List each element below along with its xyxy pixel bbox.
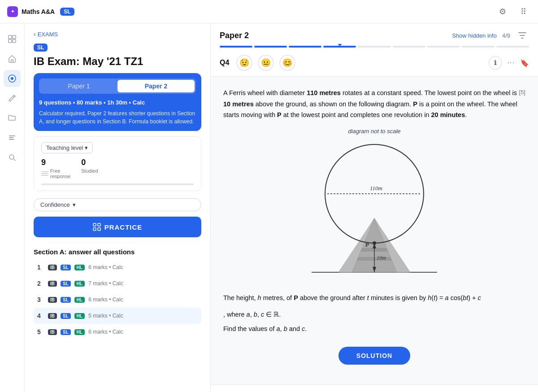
- formula-a: a: [445, 294, 449, 301]
- show-hidden-button[interactable]: Show hidden info: [452, 32, 497, 39]
- bookmark-button[interactable]: 🔖: [520, 59, 529, 67]
- solution-button[interactable]: SOLUTION: [338, 347, 410, 365]
- sidebar-edit-icon[interactable]: [4, 90, 21, 107]
- sidebar-bars-icon[interactable]: [4, 129, 21, 146]
- t-italic: t: [367, 294, 369, 301]
- c-italic: c: [261, 311, 264, 318]
- q-marks-2: 7 marks • Calc: [88, 280, 123, 287]
- svg-text:10m: 10m: [377, 255, 386, 261]
- page-count: 4/9: [502, 32, 510, 39]
- q-marks-3: 6 marks • Calc: [88, 296, 123, 303]
- svg-rect-13: [98, 228, 100, 231]
- q-row: Q4 😟 😐 😊 ℹ ··· 🔖: [220, 51, 529, 76]
- question-item-4[interactable]: 4 IB SL HL 5 marks • Calc: [34, 308, 201, 324]
- paper-info: 9 questions • 80 marks • 1h 30m • Calc: [39, 99, 196, 106]
- svg-text:P: P: [365, 241, 369, 248]
- paper2-tab[interactable]: Paper 2: [117, 80, 195, 92]
- find-b-italic: b: [284, 325, 287, 332]
- q-badge-hl-3: HL: [74, 297, 85, 303]
- filter-icon-button[interactable]: [516, 29, 529, 42]
- filter-row: Teaching level ▾: [41, 142, 194, 153]
- question-item-3[interactable]: 3 IB SL HL 6 marks • Calc: [34, 292, 201, 308]
- progress-dots: [220, 46, 529, 51]
- paper-tabs-container: Paper 1 Paper 2 9 questions • 80 marks •…: [34, 73, 201, 131]
- svg-rect-8: [9, 139, 14, 140]
- info-button[interactable]: ℹ: [489, 56, 502, 70]
- grid-dots-icon[interactable]: ⠿: [516, 4, 531, 19]
- back-button[interactable]: ‹ EXAMS: [34, 30, 58, 38]
- q-num-5: 5: [37, 328, 44, 335]
- where-text: , where a, b, c ∈ ℝ.: [223, 309, 525, 320]
- formula-c: c: [478, 294, 481, 301]
- emoji-happy-button[interactable]: 😊: [279, 55, 295, 71]
- question-list: 1 IB SL HL 6 marks • Calc 2 IB SL HL 7 m…: [25, 259, 210, 340]
- confidence-dropdown-icon: ▾: [73, 201, 76, 208]
- teaching-level-filter[interactable]: Teaching level ▾: [41, 142, 93, 153]
- h-italic: h: [258, 294, 261, 301]
- brand-name: Maths A&A: [22, 8, 55, 15]
- emoji-sad-button[interactable]: 😟: [236, 55, 252, 71]
- right-panel: Paper 2 Show hidden info 4/9: [211, 23, 538, 392]
- q-num-3: 3: [37, 296, 44, 303]
- sidebar-active-icon[interactable]: [4, 70, 21, 87]
- practice-button[interactable]: PRACTICE: [34, 217, 201, 237]
- dot-8: [462, 46, 495, 48]
- q-marks-1: 6 marks • Calc: [88, 264, 123, 270]
- q-header-top: Paper 2 Show hidden info 4/9: [220, 23, 529, 46]
- svg-rect-1: [13, 35, 16, 39]
- point-p2-bold: P: [277, 111, 282, 118]
- teaching-level-label: Teaching level: [46, 144, 83, 151]
- q-badge-hl-4: HL: [74, 313, 85, 319]
- confidence-label: Confidence: [40, 201, 70, 208]
- question-header: Paper 2 Show hidden info 4/9: [211, 23, 538, 77]
- b-italic: b: [254, 311, 257, 318]
- top-nav: ✦ Maths A&A SL ⚙ ⠿: [0, 0, 538, 23]
- sidebar-home-icon[interactable]: [4, 50, 21, 67]
- dot-3: [289, 46, 321, 48]
- q-num-2: 2: [37, 280, 44, 287]
- svg-point-5: [11, 77, 13, 80]
- dot-7: [427, 46, 460, 48]
- svg-rect-3: [13, 39, 16, 43]
- q-badge-sl-2: SL: [61, 281, 71, 287]
- paper1-tab[interactable]: Paper 1: [40, 80, 117, 92]
- diagram-container: diagram not to scale: [223, 128, 525, 283]
- question-item-2[interactable]: 2 IB SL HL 7 marks • Calc: [34, 275, 201, 292]
- more-options-button[interactable]: ···: [508, 59, 515, 67]
- dropdown-icon: ▾: [85, 144, 88, 151]
- filter-section: Teaching level ▾ 9 Freerespo: [25, 131, 210, 196]
- q-badge-sl-5: SL: [61, 329, 71, 335]
- ferris-wheel-diagram: 110m P 10m: [307, 140, 442, 283]
- solution-section: SOLUTION: [223, 341, 525, 374]
- sidebar-layout-icon[interactable]: [4, 30, 21, 48]
- lines-icon: [41, 171, 48, 176]
- dot-1: [220, 46, 252, 48]
- sidebar: [0, 23, 25, 392]
- svg-rect-7: [9, 137, 13, 138]
- q-badge-ib-4: IB: [48, 313, 57, 319]
- free-response-stat: 9 Freeresponse: [41, 158, 70, 179]
- sidebar-search-icon[interactable]: [4, 149, 21, 166]
- svg-rect-6: [9, 135, 15, 136]
- studied-stat: 0 Studied: [81, 158, 98, 179]
- confidence-filter[interactable]: Confidence ▾: [34, 198, 201, 211]
- sidebar-folder-icon[interactable]: [4, 109, 21, 126]
- free-label: Freeresponse: [50, 168, 70, 179]
- sl-badge: SL: [60, 8, 74, 16]
- emoji-neutral-button[interactable]: 😐: [258, 55, 274, 71]
- svg-rect-10: [93, 223, 96, 226]
- brand: ✦ Maths A&A: [7, 6, 55, 17]
- q-badge-ib-1: IB: [48, 265, 57, 270]
- q-badge-sl-3: SL: [61, 297, 71, 303]
- practice-label: PRACTICE: [104, 223, 143, 231]
- settings-icon[interactable]: ⚙: [495, 4, 510, 19]
- question-item-1[interactable]: 1 IB SL HL 6 marks • Calc: [34, 259, 201, 275]
- exam-title: IB Exam: May '21 TZ1: [25, 55, 210, 73]
- question-item-5[interactable]: 5 IB SL HL 6 marks • Calc: [34, 324, 201, 340]
- dot-5: [358, 46, 390, 48]
- paper-tabs: Paper 1 Paper 2: [39, 78, 196, 94]
- height-bold: 10 metres: [223, 100, 254, 108]
- find-text: Find the values of a, b and c.: [223, 325, 525, 332]
- confidence-section: Confidence ▾: [25, 196, 210, 217]
- filter-card: Teaching level ▾ 9 Freerespo: [34, 136, 201, 191]
